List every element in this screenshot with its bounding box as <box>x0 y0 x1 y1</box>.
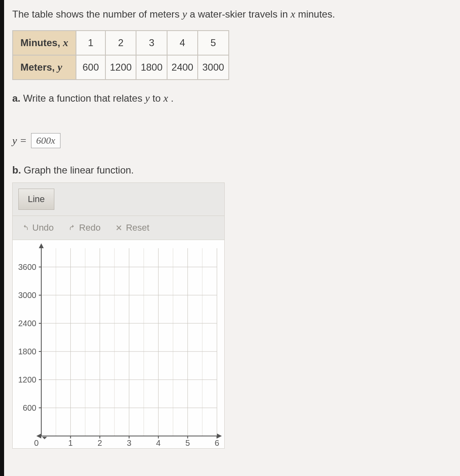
svg-marker-21 <box>39 243 44 248</box>
cell: 1800 <box>136 55 167 80</box>
pb-text: Graph the linear function. <box>21 165 134 176</box>
close-icon <box>115 224 123 231</box>
part-a-label: a. <box>12 93 20 104</box>
row2-label: Meters, <box>20 62 58 73</box>
table-row: Meters, y 600 1200 1800 2400 3000 <box>13 55 229 80</box>
redo-icon <box>69 224 76 231</box>
q-post: minutes. <box>295 9 335 20</box>
question-text: The table shows the number of meters y a… <box>12 8 448 20</box>
cell: 5 <box>198 31 228 55</box>
svg-marker-22 <box>217 434 222 438</box>
pa-x: x <box>163 92 168 104</box>
redo-label: Redo <box>79 222 101 233</box>
q-mid: a water-skier travels in <box>190 9 290 20</box>
redo-button[interactable]: Redo <box>69 222 101 233</box>
svg-text:0: 0 <box>34 438 38 447</box>
svg-text:3: 3 <box>127 438 131 447</box>
line-tool-button[interactable]: Line <box>18 189 54 210</box>
svg-text:600: 600 <box>23 403 36 412</box>
svg-marker-23 <box>36 434 41 438</box>
chart-canvas[interactable]: 600120018002400300036000123456 <box>13 240 224 448</box>
cell: 1200 <box>105 55 136 80</box>
answer-row: y = 600x <box>12 133 448 148</box>
answer-lhs: y = <box>12 135 27 147</box>
row2-header: Meters, y <box>13 55 76 80</box>
answer-input[interactable]: 600x <box>31 133 61 148</box>
svg-text:2: 2 <box>98 438 102 447</box>
undo-button[interactable]: Undo <box>22 222 54 233</box>
svg-text:4: 4 <box>156 438 161 447</box>
var-y: y <box>182 8 187 20</box>
row1-header: Minutes, x <box>13 31 76 55</box>
row1-var: x <box>63 37 68 49</box>
svg-text:5: 5 <box>185 438 190 447</box>
cell: 2 <box>105 31 136 55</box>
svg-text:2400: 2400 <box>18 319 37 328</box>
pa-pre: Write a function that relates <box>20 93 145 104</box>
svg-text:3600: 3600 <box>18 262 37 271</box>
tool-row: Line <box>13 183 224 216</box>
undo-label: Undo <box>32 222 54 233</box>
action-row: Undo Redo Reset <box>13 216 224 240</box>
q-pre: The table shows the number of meters <box>12 9 182 20</box>
row2-var: y <box>58 61 63 73</box>
svg-text:1: 1 <box>68 438 73 447</box>
part-b: b. Graph the linear function. <box>12 165 448 176</box>
svg-text:1200: 1200 <box>18 375 37 384</box>
cell: 2400 <box>167 55 198 80</box>
row1-label: Minutes, <box>20 37 63 48</box>
graph-widget: Line Undo Redo Reset 6001200180024003000… <box>12 182 225 449</box>
data-table: Minutes, x 1 2 3 4 5 Meters, y 600 1200 … <box>12 30 229 80</box>
reset-button[interactable]: Reset <box>115 222 149 233</box>
part-a: a. Write a function that relates y to x … <box>12 92 448 105</box>
svg-marker-37 <box>42 437 47 439</box>
svg-text:1800: 1800 <box>18 347 37 356</box>
reset-label: Reset <box>126 222 149 233</box>
undo-icon <box>22 224 29 231</box>
table-row: Minutes, x 1 2 3 4 5 <box>13 31 229 55</box>
cell: 1 <box>76 31 105 55</box>
cell: 3000 <box>198 55 228 80</box>
part-b-label: b. <box>12 165 21 176</box>
cell: 600 <box>76 55 105 80</box>
var-x: x <box>290 8 295 20</box>
pa-y: y <box>145 92 150 104</box>
svg-text:3000: 3000 <box>18 291 37 300</box>
cell: 4 <box>167 31 198 55</box>
svg-text:6: 6 <box>214 438 219 447</box>
cell: 3 <box>136 31 167 55</box>
pa-post: . <box>168 93 174 104</box>
pa-mid: to <box>152 93 163 104</box>
